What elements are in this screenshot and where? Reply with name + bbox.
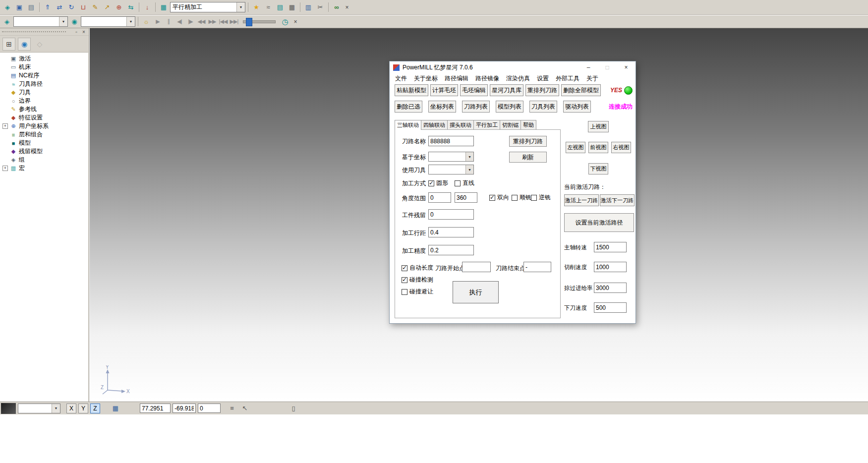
refresh-button[interactable]: 刷新 (509, 152, 547, 163)
statistics-icon[interactable]: ▥ (303, 2, 314, 13)
pointer-icon[interactable]: ↖ (239, 403, 250, 414)
minimize-button[interactable]: – (579, 61, 598, 73)
coordinate-z-input[interactable] (198, 404, 221, 413)
paste-macro-icon[interactable]: ⇑ (42, 2, 53, 13)
menu-path-edit[interactable]: 路径编辑 (441, 74, 472, 83)
circle-checkbox[interactable]: 圆形 (428, 179, 448, 187)
climb-mill-checkbox[interactable]: 顺铣 (512, 193, 531, 202)
view-top-button[interactable]: 上视图 (588, 121, 609, 132)
tab-swivel-head[interactable]: 摆头联动 (447, 120, 474, 129)
menu-about-coords[interactable]: 关于坐标 (410, 74, 441, 83)
stock-remain-input[interactable] (428, 209, 474, 220)
expander-icon[interactable]: + (2, 123, 8, 129)
tolerance-input[interactable] (428, 245, 474, 255)
toolbar-close-icon[interactable]: × (291, 18, 299, 26)
tool-library-button[interactable]: 星河刀具库 (490, 84, 523, 96)
execute-button[interactable]: 执行 (453, 281, 499, 303)
tab-cutting-saw[interactable]: 切割锯 (500, 120, 521, 129)
curve-editor-icon[interactable]: ≈ (263, 2, 274, 13)
reorder-toolpaths-button[interactable]: 重排列刀路 (525, 84, 559, 96)
menu-about[interactable]: 关于 (583, 74, 602, 83)
trim-scissors-icon[interactable]: ✂ (315, 2, 326, 13)
calc-block-button[interactable]: 计算毛坯 (430, 84, 458, 96)
powermill-logo-icon[interactable]: ◈ (1, 16, 12, 27)
tree-item-toolpaths[interactable]: ≈刀具路径 (2, 80, 88, 88)
tree-item-nc-programs[interactable]: ▤NC程序 (2, 71, 88, 80)
levels-icon[interactable]: ▤ (275, 2, 286, 13)
stepover-input[interactable] (428, 227, 474, 237)
view-left-button[interactable]: 左视图 (566, 142, 585, 153)
copy-pattern-icon[interactable]: ⇆ (125, 2, 136, 13)
drag-grip[interactable] (2, 31, 66, 32)
toolpath-dropdown[interactable] (13, 16, 68, 27)
mirror-icon[interactable]: ⇄ (54, 2, 65, 13)
menu-file[interactable]: 文件 (392, 74, 410, 83)
set-active-path-button[interactable]: 设置当前激活路径 (564, 213, 634, 232)
step-back-icon[interactable]: ◀| (174, 17, 184, 27)
play-icon[interactable]: ▶ (153, 17, 163, 27)
expander-icon[interactable]: + (2, 166, 8, 171)
tree-item-feature-sets[interactable]: ◆特征设置 (2, 114, 88, 122)
tree-item-boundaries[interactable]: ○边界 (2, 97, 88, 105)
globe-icon[interactable]: ◉ (18, 38, 31, 51)
tree-item-workplanes[interactable]: +⊕用户坐标系 (2, 122, 88, 130)
axis-z-button[interactable]: Z (90, 404, 100, 413)
menu-settings[interactable]: 设置 (533, 74, 552, 83)
tree-item-models[interactable]: ■模型 (2, 139, 88, 147)
coord-select[interactable] (428, 152, 474, 162)
tree-item-patterns[interactable]: ✎参考线 (2, 105, 88, 114)
activate-prev-toolpath-button[interactable]: 激活上一刀路 (564, 194, 599, 206)
dock-close-icon[interactable]: × (80, 29, 87, 35)
lightbulb-icon[interactable]: ☼ (141, 16, 152, 27)
auto-length-checkbox[interactable]: 自动长度 (402, 264, 433, 272)
line-checkbox[interactable]: 直线 (455, 179, 474, 187)
list-icon[interactable]: ≡ (227, 403, 237, 414)
toolbar-close-icon[interactable]: × (343, 3, 351, 11)
view-right-button[interactable]: 右视图 (611, 142, 631, 153)
plunge-feed-input[interactable] (594, 302, 627, 313)
axis-y-button[interactable]: Y (78, 404, 88, 413)
limit-icon[interactable]: ⊔ (78, 2, 89, 13)
tree-item-machine[interactable]: ▭机床 (2, 63, 88, 71)
tool-axe-icon[interactable]: ★ (251, 2, 262, 13)
simulation-tool-icon[interactable]: ◉ (69, 16, 80, 27)
reorder-toolpaths-button[interactable]: 重排列刀路 (509, 136, 547, 147)
explorer-tree-icon[interactable]: ⊞ (2, 38, 15, 51)
view-bottom-button[interactable]: 下视图 (588, 163, 608, 174)
simulation-speed-slider[interactable] (243, 20, 276, 23)
tool-dropdown[interactable] (81, 16, 135, 27)
conventional-mill-checkbox[interactable]: 逆铣 (531, 193, 551, 202)
coord-list-button[interactable]: 坐标列表 (428, 101, 456, 113)
skip-end-icon[interactable]: ▶▶| (229, 17, 239, 27)
rotate-icon[interactable]: ↻ (66, 2, 77, 13)
dialog-titlebar[interactable]: PowerMILL 忆梦星河 7.0.6 – □ × (390, 61, 636, 73)
activate-next-toolpath-button[interactable]: 激活下一刀路 (600, 194, 635, 206)
strategy-dropdown[interactable]: 平行精加工 (170, 2, 245, 12)
view-front-button[interactable]: 前视图 (588, 142, 608, 153)
menu-external-tools[interactable]: 外部工具 (552, 74, 583, 83)
cutting-feed-input[interactable] (594, 262, 627, 272)
step-forward-icon[interactable]: |▶ (185, 17, 195, 27)
tool-down-icon[interactable]: ↓ (142, 2, 153, 13)
transform-icon[interactable]: ⊕ (114, 2, 124, 13)
close-button[interactable]: × (617, 61, 636, 73)
clock-icon[interactable]: ◷ (280, 16, 290, 27)
drive-list-button[interactable]: 驱动列表 (563, 101, 591, 113)
tab-parallel[interactable]: 平行加工 (473, 120, 500, 129)
angle-from-input[interactable] (428, 192, 451, 203)
tool-list-button[interactable]: 刀具列表 (529, 101, 557, 113)
skim-feed-input[interactable] (594, 283, 627, 293)
tab-3axis[interactable]: 三轴联动 (395, 120, 421, 130)
tree-item-stock-models[interactable]: ◆残留模型 (2, 147, 88, 156)
tree-item-groups[interactable]: ◈组 (2, 156, 88, 164)
powermill-logo-icon[interactable]: ◈ (2, 2, 13, 13)
toolpath-name-input[interactable] (428, 136, 474, 146)
measure-icon[interactable]: ↗ (102, 2, 113, 13)
delete-all-models-button[interactable]: 删除全部模型 (561, 84, 601, 96)
toolpath-list-button[interactable]: 刀路列表 (462, 101, 490, 113)
collision-avoid-checkbox[interactable]: 碰撞避让 (402, 288, 433, 296)
dock-pin-icon[interactable]: ▫ (73, 29, 80, 35)
coordinate-x-input[interactable] (140, 404, 171, 413)
delete-selected-button[interactable]: 删除已选 (395, 101, 422, 113)
angle-to-input[interactable] (455, 192, 477, 203)
